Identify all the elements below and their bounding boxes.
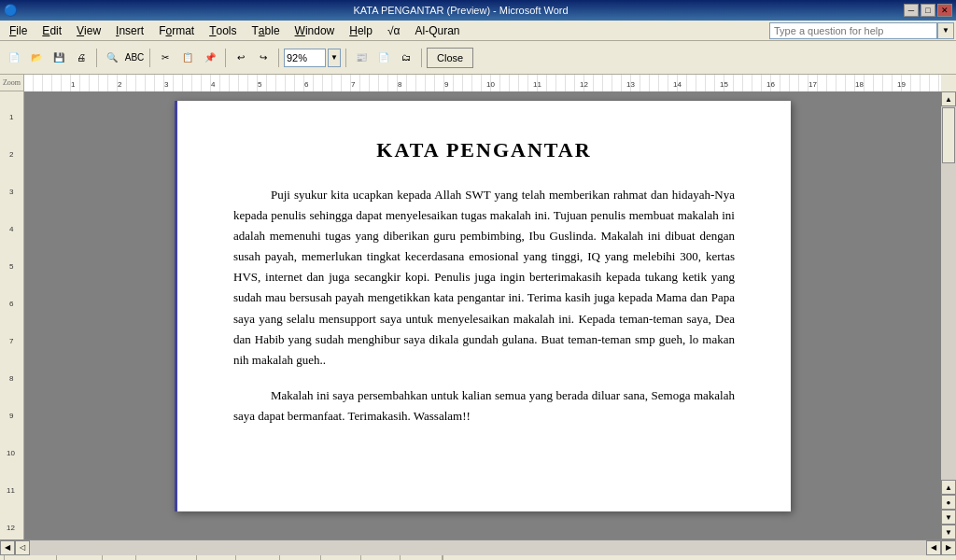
menu-edit[interactable]: Edit (35, 21, 69, 40)
page-body: Puji syukur kita ucapkan kepada Allah SW… (233, 185, 735, 427)
close-preview-btn[interactable]: Close (427, 48, 473, 68)
prev-page-btn[interactable]: ▲ (941, 480, 956, 495)
vertical-ruler-svg: 1 2 3 4 5 6 7 8 9 10 11 12 (0, 91, 24, 539)
svg-text:10: 10 (7, 449, 15, 457)
page-title: KATA PENGANTAR (233, 138, 735, 162)
sep2 (149, 49, 150, 67)
status-bar: Page 1 Sec 1 1/1 At 2.5cm Ln 1 Col 1 REC… (0, 554, 956, 560)
main-area: 1 2 3 4 5 6 7 8 9 10 11 12 KATA PENGANTA… (0, 91, 956, 539)
title-bar-title: KATA PENGANTAR (Preview) - Microsoft Wor… (18, 5, 904, 16)
ruler-corner-left: Zoom (0, 75, 24, 91)
menu-format[interactable]: Format (151, 21, 202, 40)
view3-btn[interactable]: 🗂 (396, 48, 416, 68)
spell-btn[interactable]: ABC (124, 48, 145, 68)
cut-btn[interactable]: ✂ (155, 48, 176, 68)
svg-text:9: 9 (444, 80, 449, 89)
svg-text:17: 17 (808, 80, 817, 89)
page-nav-left2[interactable]: ◁ (15, 540, 30, 555)
svg-text:11: 11 (7, 486, 15, 495)
status-page: Page 1 (4, 555, 57, 560)
scroll-up-btn[interactable]: ▲ (941, 91, 956, 106)
help-dropdown-btn[interactable]: ▼ (937, 22, 954, 39)
svg-text:3: 3 (9, 188, 14, 196)
svg-text:1: 1 (71, 80, 76, 89)
document-area: KATA PENGANTAR Puji syukur kita ucapkan … (24, 91, 941, 539)
svg-text:18: 18 (855, 80, 864, 89)
paragraph-2: Makalah ini saya persembahkan untuk kali… (233, 385, 735, 427)
menu-alquran[interactable]: Al-Quran (407, 21, 467, 40)
window-controls: ─ □ ✕ (904, 4, 952, 17)
menu-bar: File Edit View Insert Format Tools Table… (0, 21, 956, 41)
hscroll-track[interactable] (30, 540, 926, 555)
svg-text:16: 16 (766, 80, 775, 89)
status-trk: TRK (321, 555, 361, 560)
menu-insert[interactable]: Insert (108, 21, 151, 40)
vertical-scrollbar: ▲ ▲ ● ▼ ▼ (941, 91, 956, 539)
page-nav-left1[interactable]: ◀ (0, 540, 15, 555)
vertical-ruler: 1 2 3 4 5 6 7 8 9 10 11 12 (0, 91, 24, 539)
maximize-button[interactable]: □ (921, 4, 935, 17)
undo-btn[interactable]: ↩ (231, 48, 251, 68)
svg-text:7: 7 (351, 80, 356, 89)
menu-file[interactable]: File (2, 21, 35, 40)
new-btn[interactable]: 📄 (4, 48, 24, 68)
scroll-track[interactable] (941, 106, 956, 480)
svg-text:15: 15 (720, 80, 728, 89)
menu-help[interactable]: Help (342, 21, 380, 40)
ruler-svg: 1 2 3 4 5 6 7 8 9 10 11 12 13 14 15 16 1… (24, 75, 941, 91)
print-btn[interactable]: 🖨 (71, 48, 91, 68)
ruler-container: Zoom 1 2 3 4 5 6 7 8 9 10 11 12 13 14 15… (0, 75, 956, 91)
view1-btn[interactable]: 📰 (351, 48, 372, 68)
save-btn[interactable]: 💾 (49, 48, 69, 68)
view2-btn[interactable]: 📄 (373, 48, 394, 68)
sep3 (225, 49, 226, 67)
toolbar: 📄 📂 💾 🖨 🔍 ABC ✂ 📋 📌 ↩ ↪ ▼ 📰 📄 🗂 Close (0, 41, 956, 75)
zoom-dropdown-btn[interactable]: ▼ (328, 49, 341, 67)
help-input[interactable] (769, 22, 937, 39)
svg-text:4: 4 (9, 225, 14, 233)
paragraph-1: Puji syukur kita ucapkan kepada Allah SW… (233, 185, 735, 371)
svg-text:13: 13 (626, 80, 635, 89)
svg-text:8: 8 (398, 80, 402, 89)
open-btn[interactable]: 📂 (26, 48, 47, 68)
status-language: English (U.S.) 📖 (443, 555, 539, 560)
sep5 (345, 49, 346, 67)
next-page-btn[interactable]: ▼ (941, 510, 956, 525)
status-ext: EXT (361, 555, 401, 560)
scroll-thumb[interactable] (942, 107, 955, 163)
page: KATA PENGANTAR Puji syukur kita ucapkan … (175, 101, 791, 511)
preview-btn[interactable]: 🔍 (102, 48, 122, 68)
menu-formula[interactable]: √α (380, 21, 408, 40)
copy-btn[interactable]: 📋 (177, 48, 198, 68)
status-at: At 2.5cm (136, 555, 196, 560)
select-browse-btn[interactable]: ● (941, 495, 956, 510)
menu-view[interactable]: View (69, 21, 108, 40)
paste-btn[interactable]: 📌 (200, 48, 220, 68)
scroll-right-btn[interactable]: ▶ (941, 540, 956, 555)
ruler-corner-right (941, 75, 956, 91)
title-bar-icon: 🔵 (4, 4, 18, 17)
svg-text:11: 11 (533, 80, 541, 89)
help-box: ▼ (769, 22, 954, 39)
svg-text:5: 5 (258, 80, 262, 89)
svg-text:14: 14 (673, 80, 682, 89)
minimize-button[interactable]: ─ (904, 4, 919, 17)
svg-text:3: 3 (164, 80, 169, 89)
redo-btn[interactable]: ↪ (253, 48, 274, 68)
sep6 (421, 49, 422, 67)
svg-text:12: 12 (7, 524, 15, 532)
menu-tools[interactable]: Tools (202, 21, 244, 40)
status-sec: Sec 1 (57, 555, 103, 560)
scroll-down-btn[interactable]: ▼ (941, 525, 956, 539)
zoom-input[interactable] (284, 49, 326, 67)
svg-text:4: 4 (211, 80, 216, 89)
menu-window[interactable]: Window (288, 21, 343, 40)
close-button[interactable]: ✕ (937, 4, 952, 17)
scroll-left-btn[interactable]: ◀ (926, 540, 941, 555)
svg-text:6: 6 (9, 300, 14, 308)
svg-text:2: 2 (118, 80, 122, 89)
svg-text:1: 1 (9, 113, 14, 121)
title-bar: 🔵 KATA PENGANTAR (Preview) - Microsoft W… (0, 0, 956, 21)
svg-text:12: 12 (580, 80, 588, 89)
menu-table[interactable]: Table (245, 21, 288, 40)
